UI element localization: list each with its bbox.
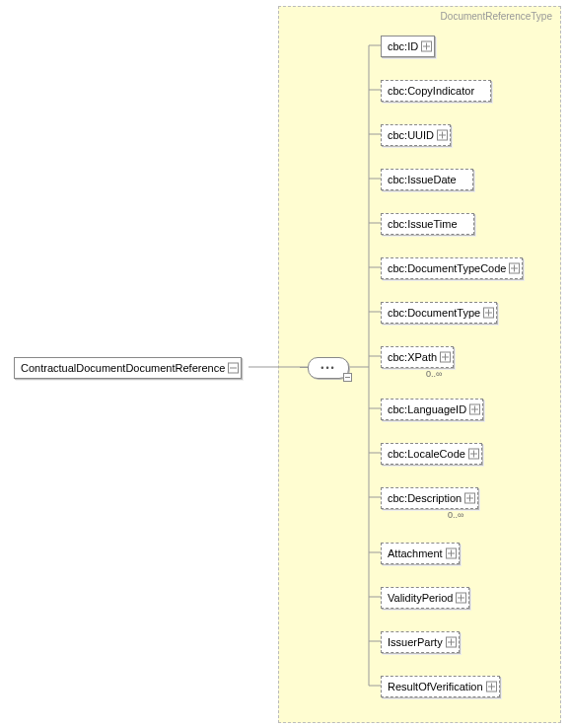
root-element-label: ContractualDocumentDocumentReference <box>21 362 225 374</box>
child-resultofverification[interactable]: ResultOfVerification <box>381 676 500 697</box>
expand-icon[interactable] <box>446 548 457 559</box>
expand-icon[interactable] <box>456 593 466 604</box>
expand-icon[interactable] <box>468 449 479 460</box>
child-cbc-documenttype[interactable]: cbc:DocumentType <box>381 302 497 324</box>
expand-icon[interactable] <box>469 404 480 415</box>
expand-icon[interactable] <box>464 493 475 504</box>
child-cbc-description[interactable]: cbc:Description <box>381 487 478 509</box>
sequence-expand-icon[interactable] <box>343 373 352 382</box>
child-validityperiod[interactable]: ValidityPeriod <box>381 587 469 609</box>
child-label: cbc:ID <box>388 40 418 52</box>
type-label: DocumentReferenceType <box>441 11 552 22</box>
child-cbc-issuedate[interactable]: cbc:IssueDate <box>381 169 473 190</box>
child-cbc-copyindicator[interactable]: cbc:CopyIndicator <box>381 80 491 102</box>
child-label: cbc:LocaleCode <box>388 448 465 460</box>
child-label: Attachment <box>388 547 443 559</box>
child-cbc-issuetime[interactable]: cbc:IssueTime <box>381 213 474 235</box>
child-label: cbc:DocumentType <box>388 307 480 319</box>
child-label: cbc:DocumentTypeCode <box>388 262 506 274</box>
collapse-icon[interactable] <box>228 363 239 374</box>
child-attachment[interactable]: Attachment <box>381 543 460 564</box>
expand-icon[interactable] <box>483 308 494 319</box>
child-label: cbc:IssueDate <box>388 174 457 185</box>
child-label: cbc:CopyIndicator <box>388 85 474 97</box>
expand-icon[interactable] <box>509 263 520 274</box>
child-label: ResultOfVerification <box>388 681 483 692</box>
occurrence-label: 0..∞ <box>426 369 442 379</box>
expand-icon[interactable] <box>486 682 497 692</box>
sequence-dots-icon: ••• <box>309 358 348 378</box>
expand-icon[interactable] <box>437 130 448 141</box>
child-label: cbc:UUID <box>388 129 434 141</box>
expand-icon[interactable] <box>421 41 432 52</box>
child-cbc-localecode[interactable]: cbc:LocaleCode <box>381 443 482 465</box>
child-label: cbc:XPath <box>388 351 437 363</box>
diagram-canvas: DocumentReferenceType <box>0 0 569 728</box>
occurrence-label: 0..∞ <box>448 510 463 520</box>
child-label: cbc:LanguageID <box>388 403 466 415</box>
child-cbc-xpath[interactable]: cbc:XPath <box>381 346 454 368</box>
child-issuerparty[interactable]: IssuerParty <box>381 631 460 653</box>
child-cbc-id[interactable]: cbc:ID <box>381 36 435 57</box>
expand-icon[interactable] <box>446 637 457 648</box>
child-label: ValidityPeriod <box>388 592 453 604</box>
child-label: IssuerParty <box>388 636 443 648</box>
child-label: cbc:IssueTime <box>388 218 458 230</box>
child-cbc-uuid[interactable]: cbc:UUID <box>381 124 451 146</box>
child-cbc-languageid[interactable]: cbc:LanguageID <box>381 399 483 420</box>
root-element[interactable]: ContractualDocumentDocumentReference <box>14 357 242 379</box>
child-label: cbc:Description <box>388 492 462 504</box>
child-cbc-documenttypecode[interactable]: cbc:DocumentTypeCode <box>381 257 523 279</box>
expand-icon[interactable] <box>440 352 451 363</box>
